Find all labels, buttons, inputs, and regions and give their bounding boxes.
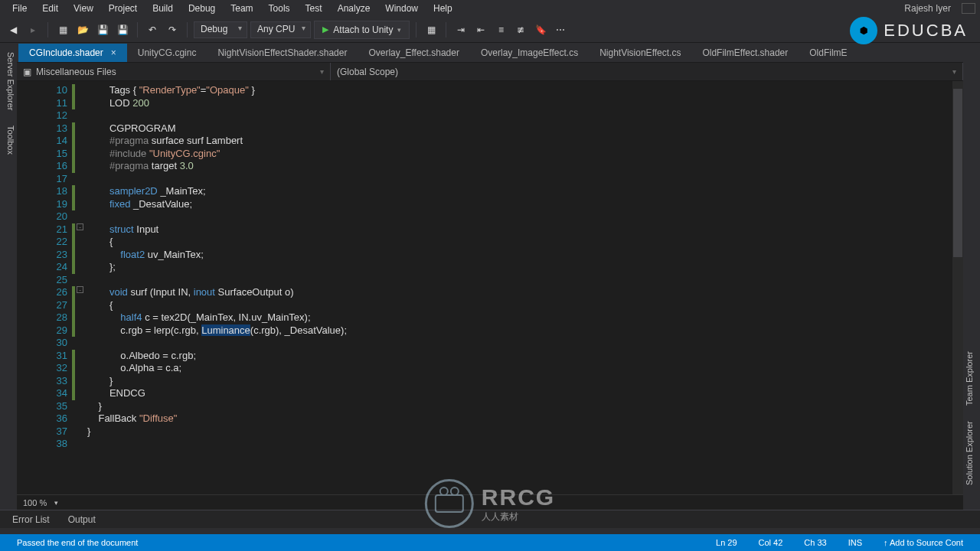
bottom-tab-output[interactable]: Output (60, 511, 103, 528)
undo-icon[interactable]: ↶ (144, 21, 161, 38)
code-line[interactable]: } (87, 400, 963, 413)
line-number: 16 (17, 160, 67, 173)
attach-label: Attach to Unity (333, 24, 393, 35)
code-area[interactable]: Tags { "RenderType"="Opaque" } LOD 200 C… (87, 81, 963, 494)
misc-icon[interactable]: ⋯ (552, 21, 569, 38)
code-line[interactable]: ENDCG (87, 387, 963, 400)
line-gutter: 1011121314151617181920212223242526272829… (17, 81, 77, 494)
scrollbar-thumb[interactable] (953, 89, 962, 257)
status-source-control[interactable]: ↑ Add to Source Cont (873, 538, 974, 547)
line-number: 14 (17, 135, 67, 148)
menu-file[interactable]: File (5, 1, 34, 16)
brand-text: EDUCBA (884, 21, 968, 41)
code-line[interactable]: half4 c = tex2D(_MainTex, IN.uv_MainTex)… (87, 311, 963, 324)
platform-combo[interactable]: Any CPU (250, 21, 311, 38)
menu-bar: FileEditViewProjectBuildDebugTeamToolsTe… (0, 0, 980, 17)
code-line[interactable]: float2 uv_MainTex; (87, 249, 963, 262)
outdent-icon[interactable]: ⇤ (472, 21, 489, 38)
file-icon: ▣ (23, 67, 31, 77)
config-combo[interactable]: Debug (194, 21, 247, 38)
code-line[interactable]: FallBack "Diffuse" (87, 412, 963, 425)
code-line[interactable]: { (87, 236, 963, 249)
bottom-tab-error-list[interactable]: Error List (5, 511, 57, 528)
tab-7[interactable]: OldFilmE (799, 44, 858, 62)
rail-server-explorer[interactable]: Server Explorer (0, 49, 17, 113)
code-line[interactable]: } (87, 425, 963, 439)
code-editor[interactable]: 1011121314151617181920212223242526272829… (17, 81, 963, 494)
line-number: 23 (17, 249, 67, 262)
save-all-icon[interactable]: 💾 (114, 21, 131, 38)
code-line[interactable] (87, 337, 963, 350)
fold-toggle-icon[interactable]: - (77, 223, 83, 230)
menu-view[interactable]: View (66, 1, 101, 16)
code-line[interactable]: fixed _DesatValue; (87, 198, 963, 211)
window-restore-icon[interactable] (962, 3, 975, 14)
status-col: Col 42 (748, 538, 794, 547)
tab-1[interactable]: UnityCG.cginc (127, 44, 207, 62)
code-line[interactable] (87, 274, 963, 287)
chevron-down-icon[interactable]: ▾ (54, 499, 58, 507)
code-line[interactable] (87, 210, 963, 223)
code-line[interactable]: #pragma target 3.0 (87, 160, 963, 173)
zoom-value[interactable]: 100 % (23, 498, 47, 507)
nav-scope-right[interactable]: (Global Scope) (331, 63, 963, 80)
redo-icon[interactable]: ↷ (164, 21, 181, 38)
main-toolbar: ◀ ▸ ▦ 📂 💾 💾 ↶ ↷ Debug Any CPU ▶ Attach t… (0, 17, 980, 43)
menu-team[interactable]: Team (223, 1, 260, 16)
code-line[interactable]: }; (87, 261, 963, 274)
tab-3[interactable]: Overlay_Effect.shader (358, 44, 470, 62)
menu-tools[interactable]: Tools (261, 1, 298, 16)
code-line[interactable]: o.Albedo = c.rgb; (87, 350, 963, 363)
step-icon[interactable]: ▦ (423, 21, 439, 38)
code-line[interactable] (87, 173, 963, 186)
close-icon[interactable]: × (111, 47, 116, 58)
menu-project[interactable]: Project (101, 1, 145, 16)
nav-scope-left[interactable]: ▣ Miscellaneous Files (17, 63, 331, 80)
code-line[interactable] (87, 438, 963, 451)
rail-solution-explorer[interactable]: Solution Explorer (963, 418, 980, 488)
new-item-icon[interactable]: ▦ (54, 21, 71, 38)
menu-debug[interactable]: Debug (181, 1, 223, 16)
code-line[interactable]: Tags { "RenderType"="Opaque" } (87, 84, 963, 97)
menu-edit[interactable]: Edit (34, 1, 66, 16)
code-line[interactable]: } (87, 375, 963, 388)
code-line[interactable]: c.rgb = lerp(c.rgb, Luminance(c.rgb), _D… (87, 324, 963, 337)
tab-4[interactable]: Overlay_ImageEffect.cs (470, 44, 589, 62)
line-number: 34 (17, 387, 67, 400)
line-number: 26 (17, 286, 67, 299)
code-line[interactable]: CGPROGRAM (87, 122, 963, 135)
menu-build[interactable]: Build (145, 1, 181, 16)
rail-toolbox[interactable]: Toolbox (0, 122, 17, 158)
nav-back-icon[interactable]: ◀ (5, 21, 21, 38)
bookmark-icon[interactable]: 🔖 (532, 21, 549, 38)
fold-toggle-icon[interactable]: - (77, 286, 83, 293)
brand-badge-icon: ⬢ (850, 17, 877, 44)
tab-6[interactable]: OldFilmEffect.shader (691, 44, 799, 62)
code-line[interactable]: LOD 200 (87, 97, 963, 110)
editor-scrollbar[interactable] (952, 81, 963, 494)
code-line[interactable]: #include "UnityCG.cginc" (87, 148, 963, 161)
uncomment-icon[interactable]: ≢ (512, 21, 529, 38)
code-line[interactable]: o.Alpha = c.a; (87, 362, 963, 375)
line-number: 33 (17, 375, 67, 388)
rail-team-explorer[interactable]: Team Explorer (963, 348, 980, 409)
brand-logo: ⬢ EDUCBA (850, 17, 968, 44)
code-line[interactable]: sampler2D _MainTex; (87, 185, 963, 198)
code-line[interactable]: void surf (Input IN, inout SurfaceOutput… (87, 286, 963, 299)
attach-button[interactable]: ▶ Attach to Unity ▾ (314, 21, 410, 39)
save-icon[interactable]: 💾 (94, 21, 111, 38)
code-line[interactable]: struct Input (87, 223, 963, 236)
tab-5[interactable]: NightVisionEffect.cs (589, 44, 691, 62)
code-line[interactable]: { (87, 299, 963, 312)
menu-analyze[interactable]: Analyze (330, 1, 378, 16)
tab-2[interactable]: NightVisionEffectShader.shader (207, 44, 358, 62)
tab-0[interactable]: CGInclude.shader× (18, 44, 127, 62)
code-line[interactable]: #pragma surface surf Lambert (87, 135, 963, 148)
comment-icon[interactable]: ≡ (492, 21, 509, 38)
menu-window[interactable]: Window (377, 1, 426, 16)
menu-help[interactable]: Help (426, 1, 460, 16)
code-line[interactable] (87, 109, 963, 122)
indent-icon[interactable]: ⇥ (452, 21, 469, 38)
open-icon[interactable]: 📂 (74, 21, 91, 38)
menu-test[interactable]: Test (298, 1, 330, 16)
